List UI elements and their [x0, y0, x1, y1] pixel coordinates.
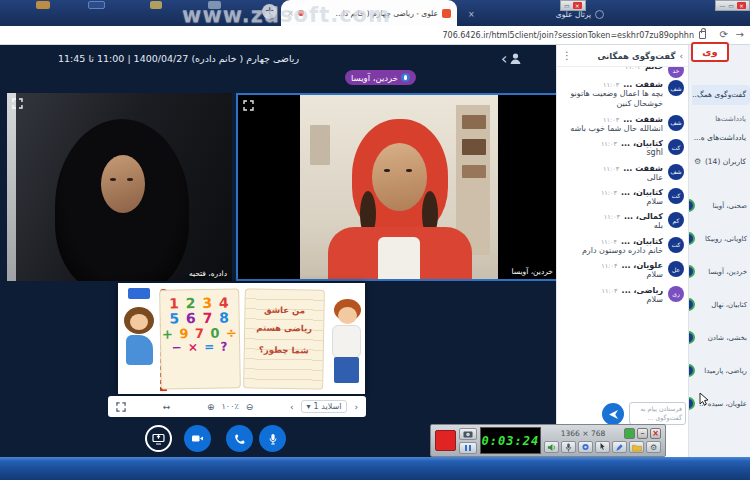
- zoom-in-icon[interactable]: ⊕: [207, 402, 215, 412]
- chat-message: خد خانم۱۱:۰۲: [562, 67, 684, 76]
- chat-input[interactable]: فرستادن پیام به گفت‌وگوی ...: [629, 402, 686, 425]
- previous-slide-icon[interactable]: ›: [354, 402, 358, 412]
- chat-message-list[interactable]: خد خانم۱۱:۰۲ شف شفقت ...۱۱:۰۳ بچه ها اعم…: [557, 67, 689, 399]
- pencil-icon: [615, 443, 624, 452]
- recording-timer: 0:03:24: [480, 427, 541, 454]
- talking-indicator[interactable]: خردین، آویسا: [345, 70, 416, 85]
- send-icon: [608, 409, 619, 420]
- user-list-item[interactable]: کتابیان، نهال: [689, 292, 750, 318]
- presentation-slide[interactable]: 1 2 3 4 5 6 7 8 + 9 7 0 ÷ − × = ? من عاش…: [118, 283, 365, 394]
- talking-indicator-label: خردین، آویسا: [351, 73, 398, 83]
- tab-close-icon[interactable]: ×: [468, 10, 475, 19]
- next-slide-icon[interactable]: ‹: [290, 402, 294, 412]
- webcam-label: خردین، آویسا: [512, 267, 553, 276]
- microphone-icon: [267, 433, 279, 445]
- avatar: [689, 331, 695, 344]
- minimize-button[interactable]: –: [637, 428, 648, 439]
- avatar: کت: [668, 237, 684, 253]
- notebook-illustration: 1 2 3 4 5 6 7 8 + 9 7 0 ÷ − × = ? من عاش…: [160, 289, 324, 389]
- webcam-icon: [191, 432, 204, 445]
- user-list-toggle[interactable]: ‹: [501, 50, 531, 67]
- user-list-item[interactable]: صحنی، آوینا: [689, 193, 750, 219]
- screenshot-button[interactable]: [459, 428, 477, 440]
- meeting-title: ریاضی چهارم ( خانم دادره) 1400/04/27 | 1…: [58, 53, 302, 64]
- user-list-item[interactable]: ریاضی، پارمیدا: [689, 358, 750, 384]
- panel-button[interactable]: [624, 428, 635, 439]
- chat-message: کت کتابیان، ...۱۱:۰۴ خانم دادره دوستون د…: [562, 233, 684, 257]
- webcam-button[interactable]: [184, 425, 211, 452]
- url-text[interactable]: 706.6426.ir/html5client/join?sessionToke…: [442, 31, 694, 40]
- webcam-button[interactable]: [578, 441, 593, 453]
- avatar: ری: [668, 286, 684, 302]
- screenshare-button[interactable]: [145, 425, 172, 452]
- webcam-teacher: دادره، فتحیه: [7, 93, 232, 281]
- chat-message: کت کتابیان، ...۱۱:۰۳ سلام: [562, 184, 684, 208]
- avatar: شف: [668, 115, 684, 131]
- slide-decoration: [128, 288, 150, 299]
- fullscreen-icon[interactable]: [12, 98, 23, 109]
- stop-recording-button[interactable]: [435, 430, 456, 451]
- zoom-level: ۱۰۰٪: [222, 402, 239, 411]
- send-message-button[interactable]: [602, 403, 624, 425]
- tab-favicon: [442, 9, 451, 18]
- close-button[interactable]: ×: [650, 428, 661, 439]
- chat-message: کت کتابیان، ...۱۱:۰۳ sghl: [562, 135, 684, 159]
- user-list-item[interactable]: خردین، آویسا: [689, 259, 750, 285]
- avatar: [689, 265, 695, 278]
- fullscreen-icon[interactable]: [116, 402, 126, 412]
- camera-icon: [463, 430, 473, 438]
- phone-button[interactable]: [226, 425, 253, 452]
- window-controls[interactable]: ▭×: [560, 0, 586, 11]
- pause-recording-button[interactable]: [459, 442, 477, 454]
- kebab-menu-icon[interactable]: ⋮: [562, 50, 572, 61]
- person-icon: [509, 52, 522, 65]
- browser-tab-inactive[interactable]: × پرتال علوی: [462, 2, 610, 26]
- lock-icon: [699, 31, 706, 39]
- open-folder-button[interactable]: [629, 441, 644, 453]
- chat-header: ⋮ گفت‌وگوی همگانی ‹: [557, 45, 688, 67]
- avatar: [689, 397, 695, 410]
- slide-controls: ↔ ⊕ ۱۰۰٪ ⊖ ‹ اسلاید 1 ▾ ›: [108, 396, 366, 417]
- avatar: [689, 364, 695, 377]
- chevron-left-icon[interactable]: ‹: [679, 51, 683, 61]
- chat-message: شف شفقت ...۱۱:۰۳ انشالله حال شما خوب باش…: [562, 111, 684, 135]
- screen-recorder-toolbar: 0:03:24 1366 × 768 – ×: [430, 424, 666, 457]
- reload-icon[interactable]: ⟳: [720, 29, 728, 40]
- speaker-button[interactable]: [544, 441, 559, 453]
- sidebar-item-shared-notes[interactable]: یادداشت‌های ه...: [694, 133, 746, 142]
- sidebar-item-public-chat[interactable]: گفت‌وگوی همگ...: [692, 85, 750, 105]
- capture-resolution: 1366 × 768: [544, 429, 622, 438]
- chat-panel: ⋮ گفت‌وگوی همگانی ‹ خد خانم۱۱:۰۲ شف شفقت…: [556, 45, 688, 457]
- chat-message: شف شفقت ...۱۱:۰۳ عالی: [562, 160, 684, 184]
- cursor-capture-button[interactable]: [595, 441, 610, 453]
- microphone-button[interactable]: [561, 441, 576, 453]
- mouse-cursor: [698, 392, 711, 407]
- portal-logo[interactable]: وی: [691, 42, 729, 62]
- chat-title: گفت‌وگوی همگانی: [576, 51, 675, 61]
- back-icon[interactable]: →: [736, 29, 744, 40]
- annotate-button[interactable]: [612, 441, 627, 453]
- desktop-icon: [36, 1, 50, 9]
- desktop-icon: [150, 1, 162, 9]
- window-controls[interactable]: —▭×: [715, 0, 750, 11]
- chevron-down-icon: ▾: [307, 402, 311, 411]
- fullscreen-icon[interactable]: [243, 100, 254, 111]
- phone-icon: [234, 433, 246, 445]
- settings-button[interactable]: ⚙: [646, 441, 661, 453]
- avatar: شف: [668, 80, 684, 96]
- zoom-out-icon[interactable]: ⊖: [246, 402, 254, 412]
- folder-icon: [632, 443, 642, 452]
- avatar: [689, 199, 695, 212]
- chevron-left-icon: ‹: [501, 49, 507, 68]
- avatar: عل: [668, 261, 684, 277]
- teacher-face: [101, 155, 145, 213]
- user-list-item[interactable]: بخشی، شادن: [689, 325, 750, 351]
- user-list-item[interactable]: کاویانی، روبیکا: [689, 226, 750, 252]
- avatar: کت: [668, 139, 684, 155]
- microphone-button[interactable]: [259, 425, 286, 452]
- desktop-icon: [88, 1, 105, 9]
- fit-to-width-icon[interactable]: ↔: [163, 402, 171, 412]
- gear-icon[interactable]: ⚙: [694, 157, 701, 166]
- slide-selector[interactable]: اسلاید 1 ▾: [301, 400, 348, 413]
- chat-message: شف شفقت ...۱۱:۰۳ بچه ها اعمال وضعیت هاتو…: [562, 76, 684, 111]
